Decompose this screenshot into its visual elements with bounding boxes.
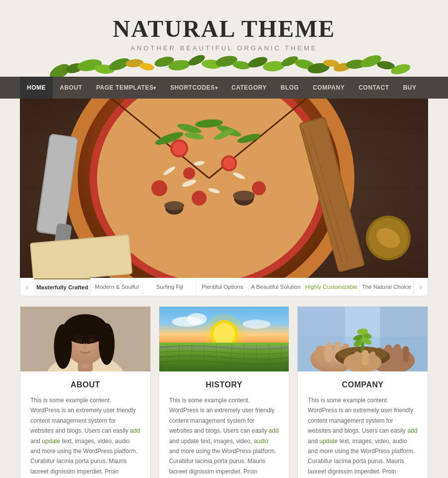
slider-tab-2[interactable]: Surfing Fiji [143, 279, 196, 295]
svg-point-42 [252, 181, 266, 195]
slider-tab-3[interactable]: Plentiful Options [196, 279, 249, 295]
company-card-text: This is some example content. WordPress … [308, 395, 418, 478]
history-link-add[interactable]: add [269, 427, 279, 434]
svg-point-81 [99, 323, 114, 365]
svg-point-83 [89, 338, 95, 343]
about-image [20, 307, 150, 371]
about-card-title: ABOUT [30, 380, 140, 389]
hero-section [20, 99, 428, 278]
history-image [159, 307, 289, 371]
company-card-body: COMPANY This is some example content. Wo… [298, 371, 428, 478]
nav-buy[interactable]: BUY [396, 77, 424, 99]
history-card-text: This is some example content. WordPress … [169, 395, 279, 478]
nav-contact[interactable]: CONTACT [351, 77, 396, 99]
svg-point-44 [183, 167, 195, 179]
site-header: NATURAL THEME ANOTHER BEAUTIFUL ORGANIC … [0, 0, 448, 77]
slider-tab-6[interactable]: The Natural Choice [360, 279, 414, 295]
slider-tab-1[interactable]: Modern & Soulful [91, 279, 143, 295]
svg-rect-115 [394, 344, 401, 362]
nav-about[interactable]: ABOUT [53, 77, 89, 99]
svg-rect-108 [317, 346, 324, 361]
company-link-update[interactable]: update [320, 438, 338, 445]
history-card: HISTORY This is some example content. Wo… [159, 306, 290, 478]
history-card-title: HISTORY [169, 380, 279, 389]
about-card-body: ABOUT This is some example content. Word… [20, 371, 150, 478]
slider-next-arrow[interactable]: › [414, 278, 428, 296]
history-card-body: HISTORY This is some example content. Wo… [159, 371, 289, 478]
slider-tabs: ‹ Masterfully Crafted Modern & Soulful S… [20, 278, 428, 296]
leaves-svg [20, 54, 428, 77]
svg-rect-130 [362, 350, 369, 365]
svg-point-90 [242, 320, 270, 329]
svg-rect-116 [403, 346, 409, 362]
svg-point-82 [76, 338, 82, 343]
company-card: COMPANY This is some example content. Wo… [297, 306, 428, 478]
slider-tab-5[interactable]: Highly Customizable [303, 279, 360, 295]
about-link-update[interactable]: update [42, 438, 60, 445]
about-card-text: This is some example content. WordPress … [30, 395, 140, 478]
slider-tab-4[interactable]: A Beautiful Solution [249, 279, 303, 295]
slider-prev-arrow[interactable]: ‹ [20, 278, 34, 296]
company-link-add[interactable]: add [407, 427, 417, 434]
svg-point-46 [233, 191, 255, 201]
main-nav: HOME ABOUT PAGE TEMPLATES SHORTCODES CAT… [0, 77, 448, 99]
svg-point-40 [223, 157, 235, 169]
leaves-decoration [10, 54, 438, 77]
hero-pizza-svg [20, 99, 428, 278]
about-card: ABOUT This is some example content. Word… [20, 306, 151, 478]
site-tagline: ANOTHER BEAUTIFUL ORGANIC THEME [10, 44, 438, 52]
nav-blog[interactable]: BLOG [274, 77, 306, 99]
hero-image [20, 99, 428, 278]
nav-home[interactable]: HOME [20, 77, 53, 99]
about-link-add[interactable]: add [130, 427, 140, 434]
svg-point-38 [172, 141, 186, 155]
site-title: NATURAL THEME [10, 15, 438, 42]
company-image [298, 307, 428, 371]
svg-rect-131 [370, 352, 376, 365]
svg-point-89 [187, 313, 207, 325]
svg-point-80 [54, 324, 72, 369]
svg-point-48 [164, 201, 184, 210]
svg-rect-129 [354, 352, 361, 365]
nav-shortcodes[interactable]: SHORTCODES [163, 77, 224, 99]
nav-page-templates[interactable]: PAGE TEMPLATES [89, 77, 163, 99]
slider-tab-0[interactable]: Masterfully Crafted [34, 278, 91, 295]
svg-point-41 [192, 191, 207, 206]
history-link-audio[interactable]: audio [254, 438, 268, 445]
svg-point-43 [151, 180, 167, 196]
company-card-title: COMPANY [308, 380, 418, 389]
nav-category[interactable]: CATEGORY [224, 77, 274, 99]
svg-rect-109 [326, 343, 333, 361]
three-columns: ABOUT This is some example content. Word… [20, 306, 428, 478]
svg-rect-102 [159, 346, 289, 350]
nav-company[interactable]: COMPANY [306, 77, 351, 99]
